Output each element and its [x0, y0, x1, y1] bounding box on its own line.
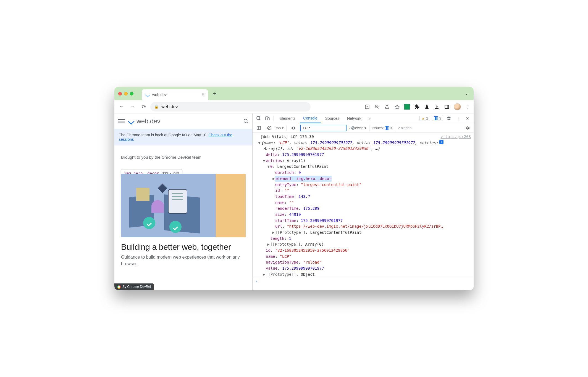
favicon-icon — [145, 92, 150, 97]
log-level-selector[interactable]: All levels▾ — [349, 126, 366, 130]
settings-icon[interactable] — [445, 115, 453, 122]
tab-console[interactable]: Console — [300, 114, 321, 123]
issues-link[interactable]: Issues: ❚❚ 3 — [372, 126, 392, 130]
inspect-icon[interactable] — [255, 115, 262, 122]
tab-overflow-button[interactable]: ⌄ — [463, 90, 470, 97]
console-prompt[interactable]: › — [253, 278, 474, 285]
sidebar-toggle-icon[interactable] — [255, 124, 262, 132]
console-settings-icon[interactable] — [464, 124, 471, 132]
info-pill[interactable]: ❚❚ 3 — [432, 116, 443, 121]
context-selector[interactable]: top▾ — [276, 126, 284, 130]
svg-marker-14 — [259, 128, 260, 128]
disclosure-triangle-icon[interactable]: ▶ — [262, 272, 266, 278]
devtools-tabbar: Elements Console Sources Network » ▲ 2 ❚… — [253, 113, 474, 123]
chevron-down-icon: ▾ — [364, 126, 366, 130]
device-toggle-icon[interactable] — [264, 115, 271, 122]
extension-green[interactable] — [404, 104, 410, 110]
zoom-icon[interactable] — [374, 104, 380, 110]
attribution-text: By Chrome DevRel — [122, 285, 151, 289]
banner-text: The Chrome team is back at Google I/O on… — [119, 133, 208, 137]
toolbar: ← → ⟳ 🔒 web.dev — [114, 100, 474, 113]
live-expression-icon[interactable] — [290, 124, 297, 132]
close-tab-icon[interactable]: ✕ — [201, 92, 205, 97]
devtools: Elements Console Sources Network » ▲ 2 ❚… — [253, 113, 474, 290]
outer-id: "v2-1683052452950-3756013429856" — [275, 248, 350, 253]
reload-button[interactable]: ⟳ — [139, 102, 148, 111]
devtools-menu-icon[interactable]: ⋮ — [454, 115, 462, 122]
svg-rect-12 — [257, 126, 261, 129]
log-object-summary[interactable]: ▼ {name: 'LCP', value: 175.2999999970197… — [253, 140, 474, 152]
svg-line-16 — [268, 127, 271, 129]
side-panel-icon[interactable] — [444, 104, 450, 110]
hero-image — [121, 174, 246, 237]
filter-input-wrap: ✕ — [300, 125, 347, 131]
warning-icon: ▲ — [421, 116, 425, 120]
tab-sources[interactable]: Sources — [322, 113, 343, 123]
svg-rect-5 — [445, 105, 449, 108]
tab-network[interactable]: Network — [344, 113, 364, 123]
hamburger-icon[interactable] — [118, 119, 125, 123]
tab-elements[interactable]: Elements — [276, 113, 299, 123]
minimize-window-button[interactable] — [124, 92, 128, 95]
proto-entry: LargestContentfulPaint — [310, 230, 361, 235]
svg-point-7 — [244, 119, 247, 123]
svg-line-2 — [378, 107, 379, 109]
disclosure-triangle-icon[interactable]: ▶ — [267, 241, 270, 248]
page-header: web.dev — [114, 113, 252, 129]
element-ref[interactable]: img.hero__decor — [296, 176, 331, 181]
window-controls — [118, 92, 133, 95]
issues-count: 3 — [390, 126, 392, 130]
disclosure-triangle-icon[interactable]: ▼ — [267, 164, 270, 170]
url-value: "https://web-dev.imgix.net/image/jxu1OdD… — [287, 224, 443, 229]
omnibox[interactable]: 🔒 web.dev — [150, 102, 311, 111]
flask-icon[interactable] — [424, 104, 430, 110]
info-count: 3 — [439, 116, 441, 120]
brand[interactable]: web.dev — [128, 117, 160, 125]
content: web.dev The Chrome team is back at Googl… — [114, 113, 474, 290]
filter-input[interactable] — [302, 126, 350, 130]
browser-window: web.dev ✕ + ⌄ ← → ⟳ 🔒 web.dev — [114, 87, 474, 290]
browser-tab[interactable]: web.dev ✕ — [142, 89, 208, 100]
disclosure-triangle-icon[interactable]: ▼ — [258, 140, 261, 146]
extensions-icon[interactable] — [414, 104, 420, 110]
avatar[interactable] — [454, 103, 461, 110]
outer-value: 175.29999999701977 — [282, 266, 324, 270]
attribution-badge: By Chrome DevRel — [114, 283, 154, 290]
close-window-button[interactable] — [118, 92, 122, 95]
proto-array: Array(0) — [305, 242, 324, 246]
url-text: web.dev — [161, 104, 178, 109]
log-head: [Web Vitals] LCP 175.30 — [260, 134, 314, 140]
close-devtools-icon[interactable]: ✕ — [464, 115, 471, 122]
install-icon[interactable] — [364, 104, 370, 110]
svg-marker-4 — [395, 105, 399, 109]
forward-button[interactable]: → — [128, 102, 137, 111]
warning-count: 2 — [426, 116, 428, 120]
share-icon[interactable] — [384, 104, 390, 110]
disclosure-triangle-icon[interactable]: ▶ — [272, 176, 275, 182]
toolbar-right: ⋮ — [364, 103, 471, 110]
download-icon[interactable] — [434, 104, 440, 110]
info-badge-icon[interactable]: i — [439, 140, 443, 144]
source-link[interactable]: vitals.js:208 — [440, 134, 471, 140]
tab-overflow-icon[interactable]: » — [366, 115, 373, 122]
rendered-page: web.dev The Chrome team is back at Googl… — [114, 113, 253, 290]
chrome-menu-icon[interactable]: ⋮ — [465, 104, 471, 110]
back-button[interactable]: ← — [117, 102, 126, 111]
new-tab-button[interactable]: + — [211, 90, 219, 97]
length-value: 1 — [289, 236, 291, 241]
hidden-count[interactable]: 2 hidden — [398, 126, 412, 130]
hero-intro: Brought to you by the Chrome DevRel team — [114, 145, 252, 161]
entry-type: LargestContentfulPaint — [277, 164, 328, 169]
star-icon[interactable] — [394, 104, 400, 110]
maximize-window-button[interactable] — [130, 92, 133, 95]
disclosure-triangle-icon[interactable]: ▶ — [272, 230, 275, 236]
info-icon: ❚❚ — [434, 116, 438, 120]
warnings-pill[interactable]: ▲ 2 — [419, 116, 430, 121]
size-value: 44910 — [289, 212, 301, 217]
starttime-value: 175.29999999701977 — [301, 218, 343, 223]
disclosure-triangle-icon[interactable]: ▼ — [262, 158, 266, 164]
entries-repr: Array(1) — [287, 158, 305, 163]
search-icon[interactable] — [243, 118, 249, 124]
name-value: "" — [289, 200, 294, 205]
clear-console-icon[interactable] — [265, 124, 273, 132]
